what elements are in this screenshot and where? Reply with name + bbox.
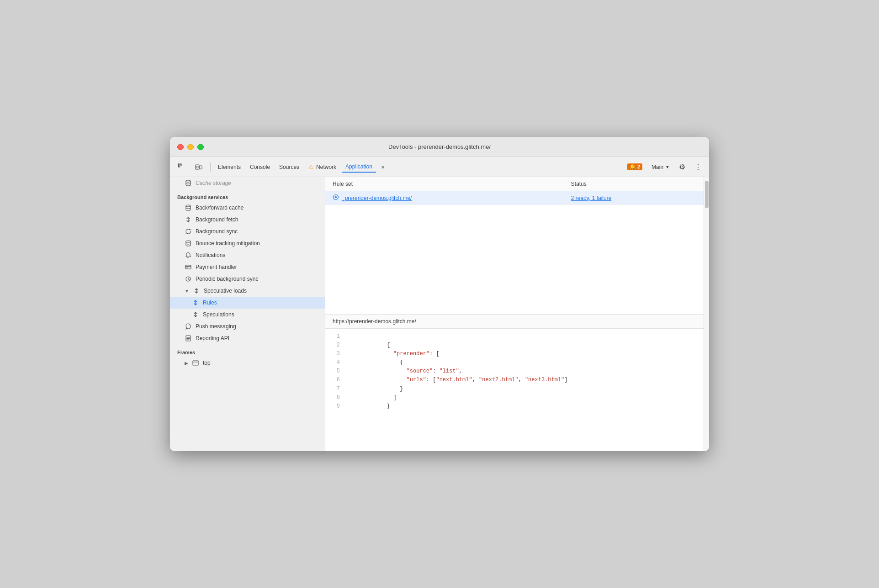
line-content-9: } xyxy=(347,402,390,411)
more-options-icon: ⋮ xyxy=(694,163,702,171)
scrollbar-thumb[interactable] xyxy=(705,181,709,208)
rules-label: Rules xyxy=(203,299,217,306)
minimize-button[interactable] xyxy=(187,144,194,150)
sidebar-item-background-sync[interactable]: Background sync xyxy=(170,226,325,237)
sidebar-item-back-forward-cache[interactable]: Back/forward cache xyxy=(170,202,325,214)
title-bar: DevTools - prerender-demos.glitch.me/ xyxy=(170,137,709,157)
main-label: Main xyxy=(651,164,663,170)
sidebar-item-periodic-background-sync[interactable]: Periodic background sync xyxy=(170,273,325,285)
line-num-8: 8 xyxy=(325,394,347,402)
dropdown-arrow-icon: ▼ xyxy=(665,164,670,169)
payment-handler-label: Payment handler xyxy=(196,264,237,270)
more-options-button[interactable]: ⋮ xyxy=(691,161,705,173)
sidebar-item-cache-storage[interactable]: Cache storage xyxy=(170,177,325,189)
network-tab-button[interactable]: ⚠ Network xyxy=(305,162,340,172)
device-toggle-button[interactable] xyxy=(191,161,207,173)
svg-point-8 xyxy=(186,180,191,182)
sidebar-item-rules[interactable]: Rules xyxy=(170,297,325,309)
frames-header: Frames xyxy=(170,344,325,357)
notifications-label: Notifications xyxy=(196,252,225,258)
content-with-scrollbar: Rule set Status xyxy=(325,177,709,451)
more-tabs-button[interactable]: » xyxy=(378,162,388,172)
traffic-lights xyxy=(177,144,204,150)
sidebar-item-push-messaging[interactable]: Push messaging xyxy=(170,320,325,332)
sidebar-item-top-frame[interactable]: ▶ top xyxy=(170,357,325,369)
background-sync-icon xyxy=(185,228,192,235)
errors-badge-button[interactable]: 🔔 2 xyxy=(624,162,646,172)
line-num-3: 3 xyxy=(325,350,347,358)
sidebar-item-speculations[interactable]: Speculations xyxy=(170,309,325,320)
svg-rect-7 xyxy=(200,166,202,169)
periodic-background-sync-label: Periodic background sync xyxy=(196,276,258,282)
sidebar-item-payment-handler[interactable]: Payment handler xyxy=(170,261,325,273)
table-row[interactable]: _prerender-demos.glitch.me/ 2 ready, 1 f… xyxy=(325,191,704,205)
background-fetch-label: Background fetch xyxy=(196,216,238,223)
sidebar-item-bounce-tracking[interactable]: Bounce tracking mitigation xyxy=(170,237,325,249)
status-value[interactable]: 2 ready, 1 failure xyxy=(571,195,612,201)
reporting-api-label: Reporting API xyxy=(196,335,229,341)
sidebar-item-reporting-api[interactable]: Reporting API xyxy=(170,332,325,344)
sidebar-item-notifications[interactable]: Notifications xyxy=(170,249,325,261)
network-warning-icon: ⚠ xyxy=(308,164,313,170)
code-line-2: 2 { xyxy=(325,341,704,350)
sources-tab-label: Sources xyxy=(279,164,299,170)
code-body: 1 2 { 3 "prerender": [ xyxy=(325,329,704,452)
code-line-5: 5 "source": "list", xyxy=(325,367,704,376)
svg-rect-3 xyxy=(181,164,181,166)
sources-tab-button[interactable]: Sources xyxy=(275,162,303,172)
devtools-window: DevTools - prerender-demos.glitch.me/ xyxy=(170,137,709,451)
sidebar-item-background-fetch[interactable]: Background fetch xyxy=(170,214,325,226)
line-content-1 xyxy=(347,332,350,341)
sidebar-item-speculative-loads[interactable]: ▼ Speculative loads xyxy=(170,285,325,297)
svg-rect-2 xyxy=(178,167,180,167)
cursor-tool-button[interactable] xyxy=(174,161,189,173)
line-num-5: 5 xyxy=(325,367,347,376)
console-tab-button[interactable]: Console xyxy=(246,162,274,172)
speculative-loads-icon xyxy=(193,287,200,294)
svg-rect-5 xyxy=(196,165,199,169)
code-section: https://prerender-demos.glitch.me/ 1 2 { xyxy=(325,315,704,452)
status-cell: 2 ready, 1 failure xyxy=(564,191,704,205)
reporting-api-icon xyxy=(185,335,192,342)
col-ruleset-header: Rule set xyxy=(325,177,564,191)
cache-storage-icon xyxy=(185,179,192,187)
back-forward-cache-label: Back/forward cache xyxy=(196,205,244,211)
toolbar-separator-1 xyxy=(210,163,211,172)
push-messaging-icon xyxy=(185,323,192,330)
push-messaging-label: Push messaging xyxy=(196,323,236,330)
close-button[interactable] xyxy=(177,144,184,150)
code-line-1: 1 xyxy=(325,332,704,341)
cache-storage-label: Cache storage xyxy=(196,180,231,186)
network-tab-label: Network xyxy=(316,164,336,170)
elements-tab-button[interactable]: Elements xyxy=(214,162,244,172)
line-num-6: 6 xyxy=(325,376,347,384)
line-num-9: 9 xyxy=(325,402,347,411)
application-tab-button[interactable]: Application xyxy=(342,162,376,173)
speculations-label: Speculations xyxy=(203,311,234,318)
vertical-scrollbar[interactable] xyxy=(704,177,709,451)
line-num-1: 1 xyxy=(325,332,347,341)
line-num-7: 7 xyxy=(325,385,347,394)
application-tab-label: Application xyxy=(345,163,372,170)
main-dropdown-button[interactable]: Main ▼ xyxy=(648,162,673,172)
bounce-tracking-icon xyxy=(185,240,192,247)
code-line-4: 4 { xyxy=(325,358,704,367)
ruleset-link[interactable]: _prerender-demos.glitch.me/ xyxy=(342,195,412,201)
code-line-3: 3 "prerender": [ xyxy=(325,350,704,358)
ruleset-link-icon xyxy=(333,194,339,202)
ruleset-cell: _prerender-demos.glitch.me/ xyxy=(325,191,564,205)
background-sync-label: Background sync xyxy=(196,228,238,235)
background-fetch-icon xyxy=(185,216,192,223)
code-line-9: 9 } xyxy=(325,402,704,411)
sidebar: Cache storage Background services Back/f… xyxy=(170,177,325,451)
line-content-6: "urls": ["next.html", "next2.html", "nex… xyxy=(347,376,568,384)
top-frame-icon xyxy=(192,359,199,367)
col-status-header: Status xyxy=(564,177,704,191)
top-frame-expand-arrow: ▶ xyxy=(185,361,188,366)
settings-button[interactable]: ⚙ xyxy=(675,161,689,173)
line-content-7: } xyxy=(347,385,403,394)
line-content-2: { xyxy=(347,341,390,350)
error-badge: 🔔 2 xyxy=(627,163,642,170)
maximize-button[interactable] xyxy=(197,144,204,150)
console-tab-label: Console xyxy=(250,164,270,170)
